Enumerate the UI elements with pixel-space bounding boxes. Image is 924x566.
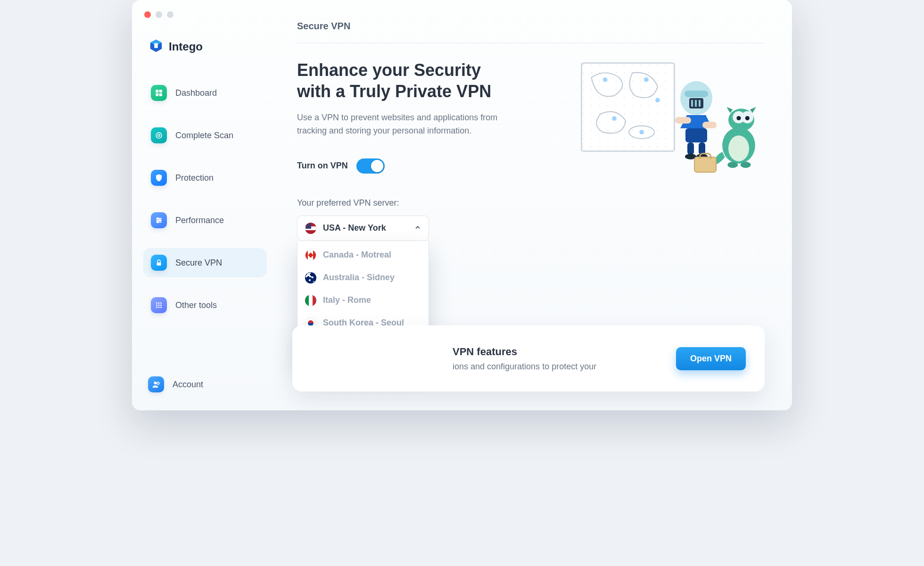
sidebar-item-dashboard[interactable]: Dashboard: [143, 78, 267, 108]
svg-rect-3: [154, 43, 158, 44]
sidebar-item-performance[interactable]: Performance: [143, 206, 267, 235]
svg-rect-43: [675, 117, 691, 124]
server-dropdown-selected: USA - New York: [323, 223, 408, 233]
sidebar-item-label: Other tools: [175, 300, 217, 310]
svg-rect-37: [685, 91, 708, 97]
svg-rect-41: [699, 100, 701, 107]
svg-point-54: [736, 116, 741, 120]
server-select-label: Your preferred VPN server:: [297, 198, 557, 208]
window-zoom-button[interactable]: [167, 11, 173, 18]
map-board-icon: [581, 62, 675, 152]
window-traffic-lights: [144, 11, 173, 18]
svg-point-19: [160, 302, 162, 304]
hero-heading: Enhance your Security with a Truly Priva…: [297, 59, 557, 102]
svg-rect-29: [582, 64, 674, 150]
svg-rect-6: [156, 93, 158, 96]
hero-heading-line1: Enhance your Security: [297, 60, 481, 80]
flag-usa-icon: [305, 223, 316, 234]
svg-point-57: [741, 162, 751, 168]
svg-point-14: [159, 220, 161, 221]
svg-point-25: [160, 307, 162, 308]
svg-rect-16: [157, 262, 161, 266]
sidebar-item-label: Dashboard: [175, 88, 217, 98]
brand: Intego: [140, 37, 270, 70]
svg-point-8: [156, 133, 162, 138]
sidebar-item-label: Protection: [175, 173, 214, 183]
flag-canada-icon: [305, 250, 316, 261]
server-option-italy[interactable]: Italy - Rome: [297, 289, 429, 312]
hero-text: Enhance your Security with a Truly Priva…: [297, 59, 557, 241]
window-close-button[interactable]: [144, 11, 151, 18]
svg-rect-5: [159, 90, 162, 92]
dragon-character-icon: [713, 100, 765, 171]
hero-heading-line2: with a Truly Private VPN: [297, 82, 491, 101]
dashboard-icon: [151, 85, 167, 101]
hero-subtext: Use a VPN to prevent websites and applic…: [297, 111, 504, 138]
server-option-label: Italy - Rome: [323, 295, 371, 305]
svg-point-13: [157, 218, 158, 219]
window-minimize-button[interactable]: [156, 11, 162, 18]
svg-point-34: [612, 116, 617, 121]
grid-icon: [151, 297, 167, 313]
svg-point-24: [158, 307, 160, 308]
sidebar-item-label: Complete Scan: [175, 131, 233, 141]
svg-rect-7: [159, 93, 162, 96]
vpn-toggle-knob: [371, 160, 383, 172]
sidebar-item-other-tools[interactable]: Other tools: [143, 291, 267, 320]
svg-point-35: [639, 130, 644, 134]
flag-australia-icon: [305, 272, 316, 283]
server-dropdown: USA - New York Canada - Motreal Australi: [297, 216, 429, 241]
vpn-toggle[interactable]: [356, 158, 385, 174]
svg-rect-39: [691, 100, 693, 107]
svg-point-22: [160, 305, 162, 306]
server-option-label: Canada - Motreal: [323, 250, 391, 260]
svg-point-31: [603, 77, 608, 82]
chevron-up-icon: [414, 224, 421, 233]
sliders-icon: [151, 212, 167, 228]
sidebar-item-protection[interactable]: Protection: [143, 163, 267, 192]
svg-point-32: [644, 77, 649, 82]
vpn-toggle-label: Turn on VPN: [297, 161, 348, 171]
svg-point-23: [156, 307, 157, 308]
sidebar-nav: Dashboard Complete Scan Protection Perfo…: [140, 74, 270, 366]
card-text: VPN features ions and configurations to …: [453, 346, 662, 372]
svg-point-9: [158, 134, 160, 137]
svg-rect-4: [156, 90, 158, 92]
account-icon: [148, 376, 164, 392]
svg-point-56: [727, 162, 738, 168]
sidebar-item-complete-scan[interactable]: Complete Scan: [143, 121, 267, 150]
svg-point-18: [158, 302, 160, 304]
card-subtitle: ions and configurations to protect your: [453, 362, 662, 372]
open-vpn-button[interactable]: Open VPN: [676, 347, 746, 370]
shield-icon: [151, 170, 167, 186]
sidebar-item-label: Secure VPN: [175, 258, 222, 268]
hero-section: Enhance your Security with a Truly Priva…: [297, 43, 765, 241]
svg-point-26: [154, 382, 157, 384]
brand-name: Intego: [169, 40, 203, 53]
sidebar-item-label: Performance: [175, 216, 224, 225]
app-window: Intego Dashboard Complete Scan Protectio: [132, 0, 792, 410]
server-dropdown-toggle[interactable]: USA - New York: [297, 216, 429, 241]
svg-point-20: [156, 305, 157, 306]
vpn-features-card: VPN features ions and configurations to …: [292, 325, 765, 391]
main-content: Secure VPN Enhance your Security with a …: [278, 0, 792, 410]
page-title: Secure VPN: [297, 21, 765, 43]
sidebar-item-label: Account: [173, 380, 203, 390]
server-option-canada[interactable]: Canada - Motreal: [297, 244, 429, 266]
svg-rect-42: [685, 128, 707, 142]
svg-point-33: [655, 98, 660, 103]
svg-point-27: [157, 383, 159, 385]
svg-point-50: [728, 135, 749, 161]
svg-point-17: [156, 302, 157, 304]
sidebar-item-secure-vpn[interactable]: Secure VPN: [143, 248, 267, 277]
brand-logo-icon: [149, 39, 163, 55]
server-option-australia[interactable]: Australia - Sidney: [297, 266, 429, 289]
svg-point-55: [745, 116, 750, 120]
lock-icon: [151, 255, 167, 271]
sidebar-item-account[interactable]: Account: [140, 370, 270, 399]
flag-italy-icon: [305, 295, 316, 306]
sidebar: Intego Dashboard Complete Scan Protectio: [132, 0, 278, 410]
card-title: VPN features: [453, 346, 662, 358]
server-option-label: Australia - Sidney: [323, 273, 395, 283]
scan-icon: [151, 127, 167, 143]
